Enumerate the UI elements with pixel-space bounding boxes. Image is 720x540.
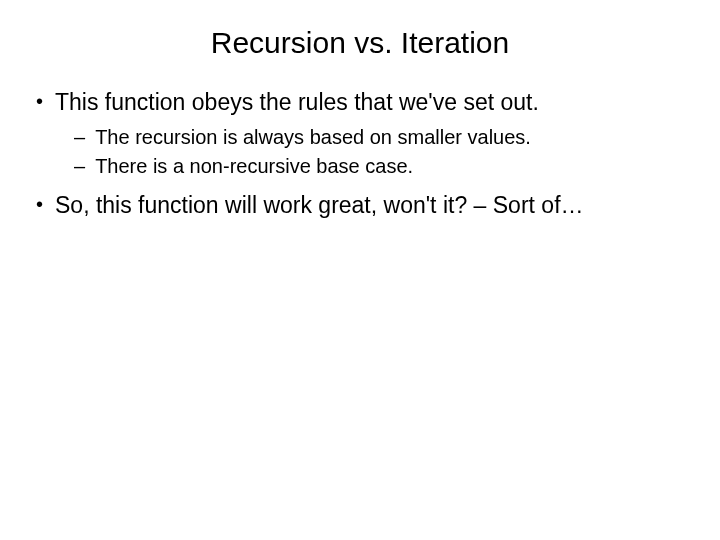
sub-bullet-text: There is a non-recursive base case. [95,154,413,179]
dash-marker-icon: – [74,125,85,150]
slide: Recursion vs. Iteration • This function … [0,0,720,540]
bullet-item: • This function obeys the rules that we'… [36,88,690,117]
bullet-text: So, this function will work great, won't… [55,191,584,220]
sub-bullet-text: The recursion is always based on smaller… [95,125,531,150]
bullet-text: This function obeys the rules that we've… [55,88,539,117]
bullet-item: • So, this function will work great, won… [36,191,690,220]
sub-bullet-item: – There is a non-recursive base case. [74,154,690,179]
dash-marker-icon: – [74,154,85,179]
slide-title: Recursion vs. Iteration [30,26,690,60]
sub-bullet-item: – The recursion is always based on small… [74,125,690,150]
bullet-marker-icon: • [36,88,43,115]
bullet-marker-icon: • [36,191,43,218]
